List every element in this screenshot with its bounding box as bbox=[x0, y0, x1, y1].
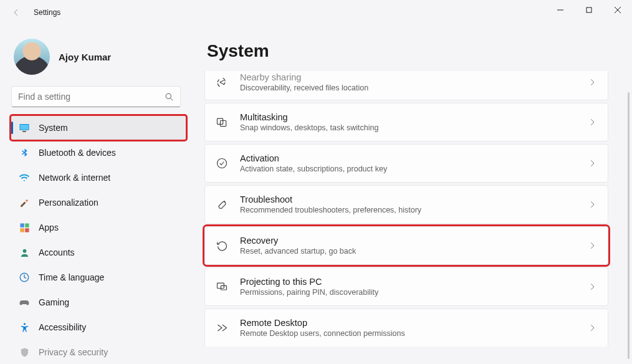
search-box[interactable] bbox=[11, 86, 181, 107]
recovery-icon bbox=[215, 239, 229, 252]
gamepad-icon bbox=[19, 297, 30, 308]
sidebar: Ajoy Kumar System Bluetooth & devices bbox=[0, 25, 193, 364]
chevron-right-icon bbox=[588, 159, 596, 168]
sidebar-item-time[interactable]: Time & language bbox=[11, 266, 186, 289]
svg-point-18 bbox=[218, 159, 227, 168]
main-content: System Nearby sharing Discoverability, r… bbox=[193, 25, 632, 364]
chevron-right-icon bbox=[588, 78, 596, 87]
back-button[interactable] bbox=[10, 6, 22, 19]
card-desc: Discoverability, received files location bbox=[240, 84, 588, 92]
clock-globe-icon bbox=[19, 272, 30, 283]
svg-point-13 bbox=[22, 249, 26, 252]
card-desc: Permissions, pairing PIN, discoverabilit… bbox=[240, 288, 588, 297]
window-controls bbox=[546, 0, 632, 20]
project-icon bbox=[215, 280, 229, 294]
svg-rect-1 bbox=[587, 7, 591, 12]
page-title: System bbox=[207, 41, 621, 61]
remote-desktop-icon bbox=[215, 321, 229, 335]
svg-rect-7 bbox=[20, 125, 29, 130]
sidebar-item-apps[interactable]: Apps bbox=[11, 216, 186, 239]
svg-rect-9 bbox=[20, 223, 24, 227]
sidebar-item-label: Gaming bbox=[39, 297, 69, 307]
scrollbar[interactable] bbox=[628, 92, 630, 359]
sidebar-item-label: Accessibility bbox=[39, 322, 86, 332]
card-desc: Activation state, subscriptions, product… bbox=[240, 165, 588, 173]
sidebar-item-bluetooth[interactable]: Bluetooth & devices bbox=[11, 141, 186, 165]
card-title: Nearby sharing bbox=[240, 72, 588, 82]
accessibility-icon bbox=[19, 322, 30, 333]
sidebar-item-privacy[interactable]: Privacy & security bbox=[11, 340, 186, 364]
share-icon bbox=[215, 75, 229, 89]
card-multitasking[interactable]: Multitasking Snap windows, desktops, tas… bbox=[204, 103, 608, 141]
titlebar: Settings bbox=[0, 0, 632, 25]
card-troubleshoot[interactable]: Troubleshoot Recommended troubleshooters… bbox=[204, 185, 608, 224]
card-projecting[interactable]: Projecting to this PC Permissions, pairi… bbox=[204, 267, 608, 306]
svg-point-15 bbox=[23, 323, 25, 325]
chevron-right-icon bbox=[588, 200, 596, 209]
svg-point-4 bbox=[166, 93, 171, 98]
card-desc: Snap windows, desktops, task switching bbox=[240, 123, 588, 132]
sidebar-item-network[interactable]: Network & internet bbox=[11, 166, 186, 189]
brush-icon bbox=[19, 197, 30, 208]
svg-rect-10 bbox=[25, 223, 29, 227]
card-nearby-sharing[interactable]: Nearby sharing Discoverability, received… bbox=[204, 71, 608, 100]
sidebar-item-label: Privacy & security bbox=[39, 347, 108, 357]
sidebar-item-label: Network & internet bbox=[39, 173, 110, 183]
sidebar-item-label: Bluetooth & devices bbox=[39, 148, 116, 158]
card-title: Recovery bbox=[240, 236, 588, 246]
minimize-button[interactable] bbox=[546, 0, 575, 20]
app-title: Settings bbox=[34, 8, 60, 17]
wifi-icon bbox=[19, 172, 30, 183]
chevron-right-icon bbox=[588, 323, 596, 332]
nav: System Bluetooth & devices Network & int… bbox=[11, 116, 186, 364]
avatar bbox=[14, 39, 50, 75]
wrench-icon bbox=[215, 198, 229, 211]
bluetooth-icon bbox=[19, 147, 30, 158]
card-title: Activation bbox=[240, 153, 588, 163]
svg-line-5 bbox=[170, 98, 173, 100]
sidebar-item-system[interactable]: System bbox=[11, 116, 186, 140]
settings-list: Nearby sharing Discoverability, received… bbox=[204, 71, 621, 347]
sidebar-item-label: Accounts bbox=[39, 247, 75, 257]
user-name: Ajoy Kumar bbox=[59, 52, 111, 62]
profile[interactable]: Ajoy Kumar bbox=[14, 39, 186, 75]
display-icon bbox=[19, 122, 30, 133]
card-recovery[interactable]: Recovery Reset, advanced startup, go bac… bbox=[204, 226, 608, 265]
svg-rect-8 bbox=[22, 131, 26, 132]
card-remote-desktop[interactable]: Remote Desktop Remote Desktop users, con… bbox=[204, 309, 608, 347]
card-title: Projecting to this PC bbox=[240, 277, 588, 287]
apps-icon bbox=[19, 222, 30, 233]
close-button[interactable] bbox=[603, 0, 632, 20]
sidebar-item-gaming[interactable]: Gaming bbox=[11, 290, 186, 314]
sidebar-item-label: Personalization bbox=[39, 198, 98, 208]
multitasking-icon bbox=[215, 115, 229, 129]
card-desc: Recommended troubleshooters, preferences… bbox=[240, 206, 588, 214]
chevron-right-icon bbox=[588, 241, 596, 250]
chevron-right-icon bbox=[588, 118, 596, 127]
person-icon bbox=[19, 247, 30, 258]
svg-rect-12 bbox=[25, 228, 29, 232]
search-icon bbox=[165, 92, 174, 102]
shield-icon bbox=[19, 347, 30, 358]
sidebar-item-personalization[interactable]: Personalization bbox=[11, 191, 186, 214]
chevron-right-icon bbox=[588, 282, 596, 291]
card-activation[interactable]: Activation Activation state, subscriptio… bbox=[204, 144, 608, 183]
sidebar-item-label: System bbox=[39, 123, 68, 133]
sidebar-item-label: Apps bbox=[39, 223, 59, 232]
card-title: Remote Desktop bbox=[240, 318, 588, 328]
sidebar-item-accessibility[interactable]: Accessibility bbox=[11, 315, 186, 339]
svg-rect-11 bbox=[20, 228, 24, 232]
card-title: Multitasking bbox=[240, 112, 588, 122]
card-title: Troubleshoot bbox=[240, 194, 588, 204]
search-input[interactable] bbox=[18, 92, 165, 102]
checkmark-circle-icon bbox=[215, 156, 229, 170]
sidebar-item-label: Time & language bbox=[39, 272, 104, 282]
sidebar-item-accounts[interactable]: Accounts bbox=[11, 241, 186, 264]
maximize-button[interactable] bbox=[575, 0, 603, 20]
card-desc: Reset, advanced startup, go back bbox=[240, 247, 588, 256]
card-desc: Remote Desktop users, connection permiss… bbox=[240, 329, 588, 338]
